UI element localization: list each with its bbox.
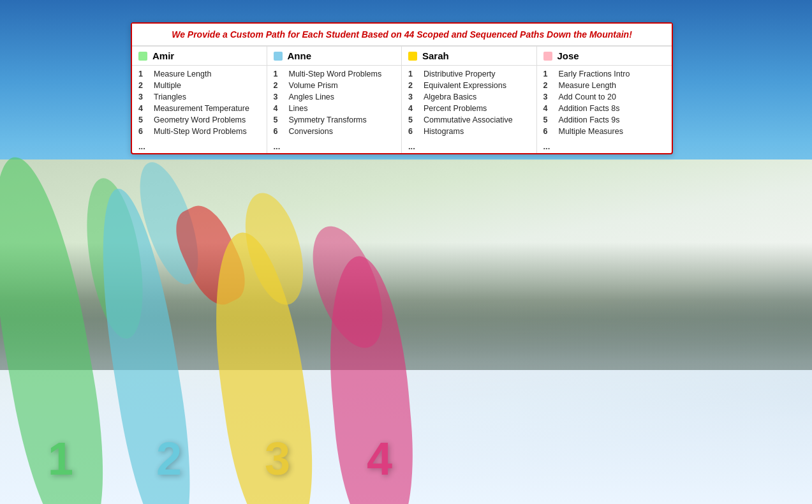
- item-text: Add Count to 20: [559, 93, 616, 101]
- item-number: 3: [138, 93, 149, 101]
- item-number: 4: [543, 104, 554, 113]
- student-items-jose: 1Early Fractions Intro2Measure Length3Ad…: [537, 66, 672, 140]
- item-text: Lines: [289, 104, 308, 113]
- item-text: Early Fractions Intro: [559, 70, 630, 78]
- item-number: 4: [274, 104, 284, 113]
- student-more-indicator: ...: [402, 140, 536, 153]
- list-item: 1Distributive Property: [402, 68, 536, 80]
- item-number: 1: [543, 70, 554, 78]
- item-text: Addition Facts 9s: [559, 115, 620, 124]
- item-number: 6: [274, 127, 284, 136]
- item-number: 4: [138, 104, 149, 113]
- item-text: Measure Length: [559, 81, 616, 90]
- item-text: Algebra Basics: [424, 93, 476, 101]
- list-item: 1Measure Length: [132, 68, 267, 80]
- item-number: 5: [408, 115, 418, 124]
- student-more-indicator: ...: [267, 140, 402, 153]
- student-name-anne: Anne: [288, 50, 312, 61]
- item-text: Measurement Temperature: [154, 104, 249, 113]
- list-item: 4Percent Problems: [402, 103, 536, 114]
- list-item: 2Multiple: [132, 80, 267, 91]
- item-text: Multiple Measures: [559, 127, 623, 136]
- student-name-amir: Amir: [152, 50, 174, 61]
- item-number: 3: [274, 93, 284, 101]
- list-item: 5Commutative Associative: [402, 114, 536, 126]
- path-number-4: 4: [367, 433, 392, 485]
- list-item: 6Histograms: [402, 126, 536, 137]
- list-item: 1Multi-Step Word Problems: [267, 68, 402, 80]
- list-item: 6Multiple Measures: [537, 126, 672, 137]
- student-header-amir: Amir: [132, 47, 267, 66]
- list-item: 4Addition Facts 8s: [537, 103, 672, 114]
- item-number: 2: [408, 81, 418, 90]
- item-number: 4: [408, 104, 418, 113]
- student-items-amir: 1Measure Length2Multiple3Triangles4Measu…: [132, 66, 267, 140]
- student-name-sarah: Sarah: [422, 50, 449, 61]
- item-number: 6: [543, 127, 554, 136]
- item-text: Histograms: [424, 127, 464, 136]
- item-text: Addition Facts 8s: [559, 104, 620, 113]
- item-text: Geometry Word Problems: [154, 115, 246, 124]
- list-item: 5Addition Facts 9s: [537, 114, 672, 126]
- item-number: 5: [138, 115, 149, 124]
- list-item: 5Geometry Word Problems: [132, 114, 267, 126]
- list-item: 2Volume Prism: [267, 80, 402, 91]
- item-number: 2: [138, 81, 149, 90]
- item-number: 6: [138, 127, 149, 136]
- info-box: We Provide a Custom Path for Each Studen…: [131, 22, 673, 154]
- list-item: 1Early Fractions Intro: [537, 68, 672, 80]
- student-more-indicator: ...: [132, 140, 267, 153]
- item-number: 2: [274, 81, 284, 90]
- item-text: Multi-Step Word Problems: [154, 127, 247, 136]
- item-number: 1: [138, 70, 149, 78]
- list-item: 3Triangles: [132, 91, 267, 103]
- student-color-jose: [543, 52, 552, 61]
- item-text: Angles Lines: [289, 93, 335, 101]
- item-text: Multiple: [154, 81, 181, 90]
- item-number: 1: [408, 70, 418, 78]
- students-grid: Amir1Measure Length2Multiple3Triangles4M…: [132, 46, 672, 153]
- header-title: We Provide a Custom Path for Each Studen…: [172, 29, 632, 40]
- list-item: 2Equivalent Expressions: [402, 80, 536, 91]
- list-item: 3Algebra Basics: [402, 91, 536, 103]
- student-header-anne: Anne: [267, 47, 402, 66]
- list-item: 2Measure Length: [537, 80, 672, 91]
- item-number: 1: [274, 70, 284, 78]
- item-text: Triangles: [154, 93, 186, 101]
- list-item: 6Multi-Step Word Problems: [132, 126, 267, 137]
- item-text: Percent Problems: [424, 104, 487, 113]
- item-number: 5: [274, 115, 284, 124]
- path-number-3: 3: [265, 433, 290, 485]
- item-text: Multi-Step Word Problems: [289, 70, 382, 78]
- student-name-jose: Jose: [557, 50, 579, 61]
- info-header: We Provide a Custom Path for Each Studen…: [132, 24, 672, 46]
- student-header-sarah: Sarah: [402, 47, 536, 66]
- list-item: 5Symmetry Transforms: [267, 114, 402, 126]
- item-text: Measure Length: [154, 70, 211, 78]
- student-col-anne: Anne1Multi-Step Word Problems2Volume Pri…: [267, 47, 402, 153]
- list-item: 4Lines: [267, 103, 402, 114]
- path-number-1: 1: [48, 433, 73, 485]
- student-col-sarah: Sarah1Distributive Property2Equivalent E…: [402, 47, 537, 153]
- list-item: 4Measurement Temperature: [132, 103, 267, 114]
- list-item: 3Angles Lines: [267, 91, 402, 103]
- item-number: 3: [408, 93, 418, 101]
- item-number: 3: [543, 93, 554, 101]
- item-number: 2: [543, 81, 554, 90]
- item-text: Equivalent Expressions: [424, 81, 506, 90]
- item-number: 5: [543, 115, 554, 124]
- student-items-anne: 1Multi-Step Word Problems2Volume Prism3A…: [267, 66, 402, 140]
- student-more-indicator: ...: [537, 140, 672, 153]
- item-text: Distributive Property: [424, 70, 496, 78]
- item-number: 6: [408, 127, 418, 136]
- list-item: 6Conversions: [267, 126, 402, 137]
- item-text: Volume Prism: [289, 81, 338, 90]
- student-items-sarah: 1Distributive Property2Equivalent Expres…: [402, 66, 536, 140]
- item-text: Symmetry Transforms: [289, 115, 367, 124]
- student-header-jose: Jose: [537, 47, 672, 66]
- list-item: 3Add Count to 20: [537, 91, 672, 103]
- student-color-amir: [138, 52, 147, 61]
- path-number-2: 2: [156, 433, 182, 485]
- student-color-sarah: [408, 52, 417, 61]
- item-text: Conversions: [289, 127, 333, 136]
